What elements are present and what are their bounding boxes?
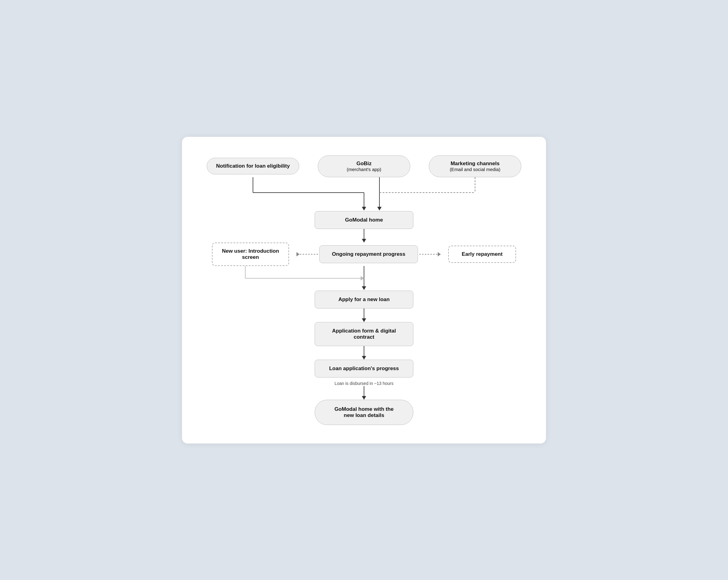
svg-marker-24 xyxy=(362,396,366,400)
gomodal-home-new-node: GoModal home with the new loan details xyxy=(315,400,413,425)
apply-loan-node: Apply for a new loan xyxy=(315,291,413,308)
gomodal-home-section: GoModal home xyxy=(207,211,521,243)
main-card: Notification for loan eligibility GoBiz … xyxy=(182,137,546,443)
apply-loan-section: Apply for a new loan Application form & … xyxy=(207,291,521,425)
svg-marker-9 xyxy=(362,239,366,243)
arrow-1 xyxy=(362,229,366,243)
svg-marker-15 xyxy=(362,286,366,290)
mid-to-apply-zone xyxy=(207,266,521,291)
new-user-section: New user: Introduction screen xyxy=(212,243,319,266)
connection-zone xyxy=(207,177,521,211)
new-user-node: New user: Introduction screen xyxy=(212,243,289,266)
arrow-2 xyxy=(362,308,366,322)
gobiz-pill: GoBiz (merchant's app) xyxy=(318,155,410,177)
disburse-label: Loan is disbursed in ~13 hours xyxy=(334,381,393,386)
top-connector-svg xyxy=(207,177,521,211)
notification-pill: Notification for loan eligibility xyxy=(207,158,299,174)
svg-marker-13 xyxy=(438,252,441,256)
early-repayment-node: Early repayment xyxy=(448,246,516,263)
application-form-node: Application form & digital contract xyxy=(315,322,413,346)
gomodal-home-node: GoModal home xyxy=(315,211,413,229)
mid-row: New user: Introduction screen Ongoing re… xyxy=(207,243,521,266)
ongoing-repayment-node: Ongoing repayment progress xyxy=(319,245,418,263)
svg-marker-5 xyxy=(377,207,382,211)
loan-progress-node: Loan application's progress xyxy=(315,360,413,378)
top-row: Notification for loan eligibility GoBiz … xyxy=(207,155,521,177)
diagram: Notification for loan eligibility GoBiz … xyxy=(207,155,521,425)
early-repayment-section: Early repayment xyxy=(418,246,516,263)
svg-marker-22 xyxy=(362,356,366,360)
arrow-4 xyxy=(362,386,366,400)
arrow-3 xyxy=(362,346,366,360)
svg-marker-3 xyxy=(362,207,366,211)
svg-marker-20 xyxy=(362,319,366,322)
marketing-pill: Marketing channels (Email and social med… xyxy=(429,155,521,177)
svg-marker-11 xyxy=(296,252,300,256)
